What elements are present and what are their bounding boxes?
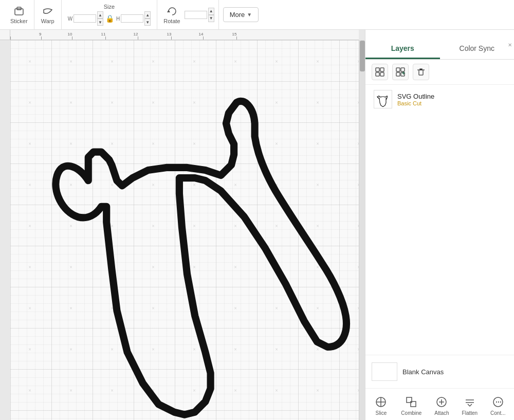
sticker-label: Sticker — [10, 18, 28, 24]
more-arrow: ▼ — [247, 12, 252, 17]
ruler-tick-14: 14 — [203, 36, 204, 40]
canvas-area[interactable]: 8 9 10 11 12 13 14 15 — [0, 30, 365, 420]
panel-delete-icon — [416, 67, 426, 77]
panel-bottom: Blank Canvas — [365, 355, 514, 388]
toolbar-size-section: Size W ▲ ▼ 🔒 — [62, 0, 158, 29]
svg-rect-4 — [380, 68, 384, 71]
layer-sub: Basic Cut — [397, 100, 506, 106]
ruler-top: 8 9 10 11 12 13 14 15 — [10, 30, 359, 40]
size-w-up[interactable]: ▲ — [97, 11, 103, 19]
layer-item[interactable]: SVG Outline Basic Cut — [365, 85, 514, 114]
attach-label: Attach — [434, 410, 449, 416]
size-h-label: H — [116, 16, 120, 22]
ruler-tick-10: 10 — [72, 36, 72, 40]
panel-spacer — [365, 114, 514, 355]
rotate-icon — [167, 6, 178, 17]
size-width-group: W ▲ ▼ — [68, 11, 103, 26]
rotate-down[interactable]: ▼ — [208, 15, 214, 22]
action-flatten[interactable]: Flatten — [459, 393, 481, 418]
main-area: 8 9 10 11 12 13 14 15 — [0, 30, 514, 420]
more-label: More — [230, 11, 245, 19]
blank-canvas-item[interactable]: Blank Canvas — [372, 360, 508, 383]
size-h-up[interactable]: ▲ — [144, 11, 151, 19]
size-w-label: W — [68, 16, 72, 22]
rotate-up[interactable]: ▲ — [208, 8, 214, 15]
ruler-tick-13: 13 — [171, 36, 172, 40]
panel-duplicate-icon — [396, 67, 405, 77]
panel-toolbar — [365, 60, 514, 85]
rotate-tool: Rotate — [161, 5, 182, 25]
svg-rect-13 — [419, 70, 423, 75]
cont-icon — [491, 395, 505, 409]
size-h-input[interactable] — [121, 14, 143, 23]
blank-canvas-label: Blank Canvas — [402, 368, 444, 376]
panel-add-icon — [375, 67, 384, 77]
flatten-label: Flatten — [462, 410, 478, 416]
panel-add-btn[interactable] — [372, 64, 388, 80]
svg-marker-2 — [167, 10, 170, 12]
combine-label: Combine — [401, 410, 421, 416]
svg-rect-8 — [401, 68, 405, 71]
action-attach[interactable]: Attach — [431, 393, 452, 418]
ruler-tick-12: 12 — [138, 36, 138, 40]
color-sync-close[interactable]: ✕ — [508, 42, 512, 48]
svg-rect-6 — [380, 72, 384, 76]
warp-label: Warp — [41, 18, 54, 24]
action-cont[interactable]: Cont... — [487, 393, 508, 418]
lock-icon[interactable]: 🔒 — [105, 14, 114, 23]
toolbar-warp-section: Warp — [34, 0, 62, 29]
cont-label: Cont... — [490, 410, 505, 416]
slice-label: Slice — [376, 410, 387, 416]
tab-color-sync[interactable]: Color Sync ✕ — [440, 40, 515, 59]
warp-tool[interactable]: Warp — [39, 5, 57, 25]
ruler-tick-9: 9 — [41, 36, 42, 40]
size-h-down[interactable]: ▼ — [144, 19, 151, 26]
canvas-grid[interactable] — [10, 40, 359, 420]
rotate-label: Rotate — [163, 18, 180, 24]
svg-rect-3 — [376, 68, 379, 71]
svg-rect-7 — [396, 68, 400, 71]
layer-thumbnail — [374, 90, 392, 108]
size-label: Size — [104, 4, 115, 10]
svg-rect-9 — [396, 72, 400, 76]
slice-icon — [374, 395, 388, 409]
panel-tabs: Layers Color Sync ✕ — [365, 30, 514, 60]
tab-layers[interactable]: Layers — [365, 40, 440, 59]
right-panel: Layers Color Sync ✕ — [365, 30, 514, 420]
ruler-tick-15: 15 — [236, 36, 237, 40]
attach-icon — [434, 395, 449, 409]
size-height-group: H ▲ ▼ — [116, 11, 151, 26]
action-combine[interactable]: Combine — [398, 393, 425, 418]
size-w-input[interactable] — [74, 14, 96, 23]
rotate-input-group: ▲ ▼ — [185, 8, 214, 22]
panel-actions: Slice Combine Attach Flatten — [365, 388, 514, 420]
more-button[interactable]: More ▼ — [223, 7, 259, 22]
layer-name: SVG Outline — [397, 93, 506, 100]
scrollbar-vertical[interactable] — [359, 40, 365, 420]
scrollbar-thumb[interactable] — [360, 41, 365, 71]
panel-delete-btn[interactable] — [413, 64, 429, 80]
panel-duplicate-btn[interactable] — [392, 64, 409, 80]
ruler-corner — [0, 30, 10, 40]
rotate-input[interactable] — [185, 11, 207, 19]
combine-icon — [404, 395, 418, 409]
action-slice[interactable]: Slice — [371, 393, 391, 418]
svg-rect-5 — [376, 72, 379, 76]
warp-icon — [42, 6, 53, 17]
layer-info: SVG Outline Basic Cut — [397, 93, 506, 106]
blank-canvas-thumb — [372, 362, 397, 381]
size-w-down[interactable]: ▼ — [97, 19, 103, 26]
layer-thumb-svg — [375, 92, 391, 107]
ruler-tick-11: 11 — [105, 36, 106, 40]
toolbar-sticker-section: Sticker — [4, 0, 34, 29]
sticker-icon — [13, 6, 25, 17]
layers-list: SVG Outline Basic Cut — [365, 85, 514, 114]
flatten-icon — [463, 395, 477, 409]
toolbar-rotate-section: Rotate ▲ ▼ — [157, 0, 218, 29]
size-tool: Size W ▲ ▼ 🔒 — [66, 3, 153, 27]
sticker-tool[interactable]: Sticker — [8, 5, 30, 25]
ruler-tick-8: 8 — [10, 36, 11, 40]
main-toolbar: Sticker Warp Size W ▲ — [0, 0, 514, 30]
